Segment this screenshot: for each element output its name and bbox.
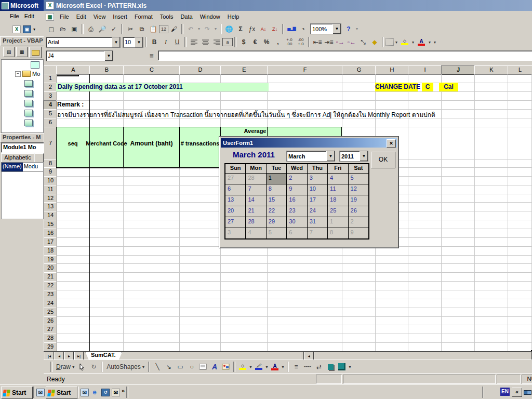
- name-box[interactable]: J4 ▼: [46, 50, 113, 61]
- userform-dialog[interactable]: UserForm1 ✕ March 2011 March ▼ 2011 ▼ OK…: [219, 136, 399, 248]
- table-header-merchant-code[interactable]: Merchant Code: [90, 127, 123, 159]
- currency-icon[interactable]: $: [238, 37, 249, 47]
- free-rotate-icon[interactable]: ↻: [88, 362, 99, 372]
- calendar-day-7[interactable]: 7: [307, 228, 327, 238]
- spelling-icon[interactable]: ✓: [108, 24, 119, 34]
- format-painter-icon[interactable]: 🖌: [168, 24, 180, 34]
- first-sheet-icon[interactable]: |◂: [45, 352, 54, 360]
- workbook-icon[interactable]: ▦: [46, 13, 54, 21]
- fill-color-icon[interactable]: ⬦: [399, 37, 410, 47]
- vba-insert-userform-icon[interactable]: ▣: [23, 25, 31, 33]
- increase-indent-icon[interactable]: ⇥≡: [323, 37, 335, 47]
- calendar-day-20[interactable]: 20: [225, 206, 245, 217]
- align-right-icon[interactable]: [211, 37, 222, 47]
- excel-menu-window[interactable]: Window: [196, 12, 224, 21]
- percent-icon[interactable]: %: [261, 37, 272, 47]
- arrow-icon[interactable]: ↘: [163, 362, 175, 372]
- print-preview-icon[interactable]: 🔎: [97, 24, 108, 34]
- align-center-icon[interactable]: [200, 37, 211, 47]
- calendar-day-3[interactable]: 3: [225, 228, 245, 238]
- font-name-combo[interactable]: Arial▼: [46, 37, 121, 48]
- year-dropdown-icon[interactable]: ▼: [360, 151, 368, 161]
- borders-icon[interactable]: [385, 38, 394, 46]
- calendar-day-10[interactable]: 10: [307, 184, 327, 195]
- change-date-button[interactable]: CHANGE DATE: [375, 83, 418, 91]
- table-header-amount[interactable]: Amount (baht): [124, 127, 179, 159]
- excel-titlebar[interactable]: X Microsoft Excel - PATTERN.xls: [44, 0, 532, 11]
- hscroll-left-icon[interactable]: ◂: [304, 352, 314, 360]
- warning-diamond-icon[interactable]: ◆: [369, 37, 380, 47]
- zoom-dropdown-icon[interactable]: ▼: [332, 24, 341, 34]
- open-icon[interactable]: 🗁: [57, 24, 69, 34]
- excel-menu-tools[interactable]: Tools: [156, 12, 177, 21]
- table-header-average[interactable]: Average: [220, 128, 290, 135]
- save-icon[interactable]: ▣: [69, 24, 80, 34]
- tree-collapse-icon[interactable]: −: [15, 71, 21, 77]
- quicklaunch-more-icon[interactable]: »: [122, 388, 125, 394]
- calendar-day-21[interactable]: 21: [245, 206, 265, 217]
- draw-line-color-icon[interactable]: 🖉: [253, 362, 264, 372]
- calendar-day-9[interactable]: 9: [286, 184, 307, 195]
- last-sheet-icon[interactable]: ▸|: [74, 352, 84, 360]
- excel-menu-view[interactable]: View: [90, 12, 110, 21]
- vba-titlebar[interactable]: Microsoft: [0, 0, 45, 11]
- calendar-day-25[interactable]: 25: [327, 206, 348, 217]
- sheet-tab-sumcat[interactable]: SumCAT.: [85, 352, 122, 360]
- calendar-day-29[interactable]: 29: [266, 217, 286, 228]
- calendar-day-11[interactable]: 11: [327, 184, 348, 195]
- ok-button[interactable]: OK: [371, 152, 395, 168]
- increase-decimal-icon[interactable]: +.0.00: [284, 37, 295, 47]
- userform-close-icon[interactable]: ✕: [387, 139, 396, 148]
- font-name-dropdown-icon[interactable]: ▼: [112, 37, 120, 47]
- toolbar-options-icon[interactable]: ▾: [432, 37, 437, 47]
- vba-properties-object-combo[interactable]: Module1 Mo: [1, 142, 45, 153]
- vba-insert-dropdown-icon[interactable]: ▾: [33, 27, 35, 32]
- column-header-I[interactable]: I: [408, 65, 442, 75]
- vba-module-item[interactable]: [24, 110, 43, 116]
- sort-descending-icon[interactable]: Z↓: [269, 24, 281, 34]
- table-header-seq[interactable]: seq: [56, 127, 89, 159]
- calendar-day-27[interactable]: 27: [225, 173, 245, 184]
- decrease-indent-icon[interactable]: ⇤≡: [312, 37, 323, 47]
- merge-center-icon[interactable]: a: [222, 38, 233, 46]
- calendar-day-8[interactable]: 8: [266, 184, 286, 195]
- dash-style-icon[interactable]: ╌╌: [302, 362, 313, 372]
- redo-dropdown-icon[interactable]: ▾: [213, 24, 218, 34]
- calendar-day-1[interactable]: 1: [327, 217, 348, 228]
- undo-dropdown-icon[interactable]: ▾: [196, 24, 202, 34]
- calendar-day-3[interactable]: 3: [307, 173, 327, 184]
- calendar-day-14[interactable]: 14: [245, 195, 265, 206]
- draw-fill-dropdown-icon[interactable]: ▾: [248, 362, 253, 372]
- angle-text-icon[interactable]: ⤡: [357, 37, 369, 47]
- view-code-icon[interactable]: ▤: [3, 47, 15, 57]
- zoom-combo[interactable]: 100%▼: [310, 23, 341, 34]
- delete-row-icon[interactable]: ▫←: [346, 37, 357, 47]
- sort-ascending-icon[interactable]: A↓: [258, 24, 269, 34]
- wordart-icon[interactable]: A: [209, 362, 220, 372]
- quicklaunch-outlook-icon[interactable]: ✉: [36, 389, 45, 396]
- calendar-day-28[interactable]: 28: [245, 217, 265, 228]
- excel-menu-file[interactable]: File: [56, 12, 73, 21]
- vba-module-item[interactable]: [24, 119, 43, 126]
- calendar-day-26[interactable]: 26: [348, 206, 368, 217]
- draw-font-color-icon[interactable]: A: [269, 362, 281, 372]
- row-header-29[interactable]: 29: [44, 342, 57, 351]
- start-button[interactable]: Start: [1, 387, 33, 399]
- excel-menu-data[interactable]: Data: [177, 12, 196, 21]
- cell-remark-label[interactable]: Remark :: [57, 101, 84, 108]
- calendar-day-17[interactable]: 17: [307, 195, 327, 206]
- euro-icon[interactable]: €: [249, 37, 261, 47]
- line-icon[interactable]: ╲: [152, 362, 163, 372]
- arrow-style-icon[interactable]: ⇄: [313, 362, 325, 372]
- column-header-K[interactable]: K: [474, 65, 509, 75]
- vba-folder-row[interactable]: −Mo: [15, 71, 43, 77]
- cut-icon[interactable]: ✂: [125, 24, 136, 34]
- column-header-H[interactable]: H: [375, 65, 409, 75]
- excel-menu-format[interactable]: Format: [131, 12, 156, 21]
- paste-function-icon[interactable]: ƒx: [246, 24, 258, 34]
- calendar-day-8[interactable]: 8: [327, 228, 348, 238]
- tab-split-handle[interactable]: [300, 352, 304, 360]
- calendar-day-4[interactable]: 4: [245, 228, 265, 238]
- quicklaunch-outlook2-icon[interactable]: ✉: [81, 389, 89, 396]
- month-combo[interactable]: March ▼: [286, 151, 335, 162]
